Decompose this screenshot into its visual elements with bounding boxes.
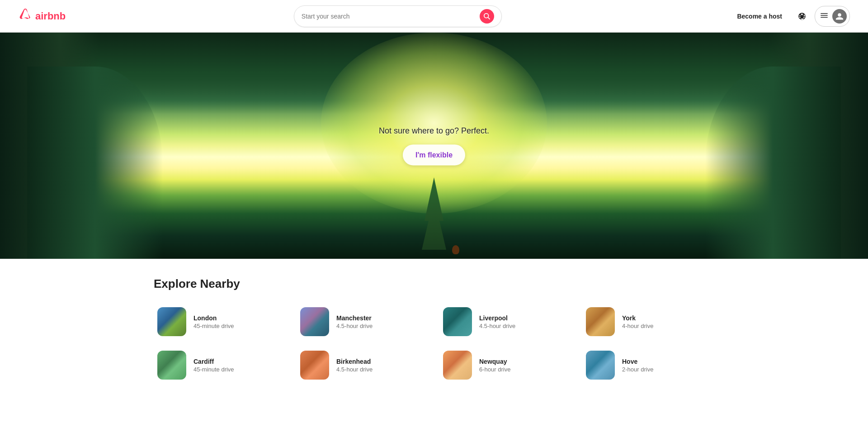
dest-name-newquay: Newquay [479,358,510,365]
dest-info-hove: Hove 2-hour drive [622,358,653,373]
small-figure [452,245,459,254]
dest-name-liverpool: Liverpool [479,314,515,322]
destination-item-liverpool[interactable]: Liverpool 4.5-hour drive [439,304,571,340]
menu-user-button[interactable] [815,6,850,27]
destinations-grid: London 45-minute drive Manchester 4.5-ho… [154,304,714,383]
become-host-button[interactable]: Become a host [730,8,789,24]
svg-rect-1 [821,15,828,16]
svg-rect-0 [821,13,828,14]
dest-info-manchester: Manchester 4.5-hour drive [336,314,373,329]
dest-thumb-cardiff [157,351,186,380]
dest-info-newquay: Newquay 6-hour drive [479,358,510,373]
user-avatar [832,9,847,24]
nav-right: Become a host [730,6,850,27]
main-content: Explore Nearby London 45-minute drive Ma… [0,259,868,410]
dest-distance-liverpool: 4.5-hour drive [479,323,515,329]
destination-item-hove[interactable]: Hove 2-hour drive [582,347,714,383]
hamburger-icon [821,12,828,20]
destination-item-newquay[interactable]: Newquay 6-hour drive [439,347,571,383]
dest-thumb-manchester [300,307,329,336]
language-selector-button[interactable] [793,7,811,25]
destination-item-cardiff[interactable]: Cardiff 45-minute drive [154,347,286,383]
dest-distance-manchester: 4.5-hour drive [336,323,373,329]
hero-tagline: Not sure where to go? Perfect. [379,126,489,136]
logo-text: airbnb [35,10,66,22]
search-button[interactable] [480,9,494,24]
dest-info-london: London 45-minute drive [193,314,234,329]
destination-item-birkenhead[interactable]: Birkenhead 4.5-hour drive [297,347,429,383]
dest-thumb-newquay [443,351,472,380]
search-bar[interactable] [294,5,502,27]
dest-name-manchester: Manchester [336,314,373,322]
dest-thumb-london [157,307,186,336]
logo[interactable]: airbnb [18,8,66,24]
search-input[interactable] [302,13,480,20]
dest-name-york: York [622,314,653,322]
destination-item-york[interactable]: York 4-hour drive [582,304,714,340]
dest-distance-cardiff: 45-minute drive [193,366,234,373]
hero-section: Not sure where to go? Perfect. I'm flexi… [0,33,868,259]
globe-icon [798,12,806,20]
explore-nearby-title: Explore Nearby [154,277,714,291]
dest-info-york: York 4-hour drive [622,314,653,329]
svg-rect-2 [821,17,828,18]
dest-thumb-york [586,307,615,336]
dest-name-hove: Hove [622,358,653,365]
forest-mid-left [27,67,163,259]
dest-distance-hove: 2-hour drive [622,366,653,373]
dest-thumb-hove [586,351,615,380]
dest-name-london: London [193,314,234,322]
dest-info-cardiff: Cardiff 45-minute drive [193,358,234,373]
dest-distance-york: 4-hour drive [622,323,653,329]
airbnb-logo-icon [18,8,33,24]
hero-content: Not sure where to go? Perfect. I'm flexi… [379,126,489,166]
destination-item-manchester[interactable]: Manchester 4.5-hour drive [297,304,429,340]
dest-thumb-liverpool [443,307,472,336]
dest-info-birkenhead: Birkenhead 4.5-hour drive [336,358,373,373]
flexible-button[interactable]: I'm flexible [403,145,465,166]
destination-item-london[interactable]: London 45-minute drive [154,304,286,340]
main-header: airbnb Become a host [0,0,868,33]
forest-mid-right [705,67,841,259]
dest-distance-newquay: 6-hour drive [479,366,510,373]
dest-thumb-birkenhead [300,351,329,380]
dest-distance-london: 45-minute drive [193,323,234,329]
dest-info-liverpool: Liverpool 4.5-hour drive [479,314,515,329]
dest-name-birkenhead: Birkenhead [336,358,373,365]
dest-name-cardiff: Cardiff [193,358,234,365]
dest-distance-birkenhead: 4.5-hour drive [336,366,373,373]
